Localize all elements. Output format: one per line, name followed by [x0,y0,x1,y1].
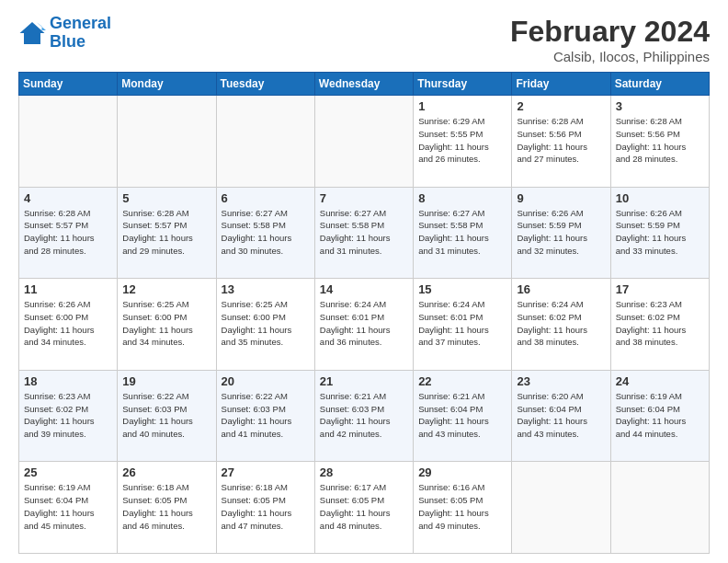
day-info: Sunrise: 6:21 AMSunset: 6:03 PMDaylight:… [320,390,408,441]
calendar-cell: 3Sunrise: 6:28 AMSunset: 5:56 PMDaylight… [610,96,709,188]
day-number: 1 [418,99,506,113]
day-number: 10 [616,191,704,205]
day-info: Sunrise: 6:28 AMSunset: 5:56 PMDaylight:… [517,115,605,166]
day-info: Sunrise: 6:16 AMSunset: 6:05 PMDaylight:… [418,481,506,532]
logo-text: General Blue [50,15,111,52]
calendar-cell: 10Sunrise: 6:26 AMSunset: 5:59 PMDayligh… [610,187,709,279]
day-number: 16 [517,282,605,296]
page: General Blue February 2024 Calsib, Iloco… [0,0,728,563]
day-info: Sunrise: 6:17 AMSunset: 6:05 PMDaylight:… [320,481,408,532]
day-number: 19 [122,374,210,388]
svg-marker-0 [20,22,45,44]
calendar-cell: 24Sunrise: 6:19 AMSunset: 6:04 PMDayligh… [610,370,709,462]
logo-line2: Blue [50,32,85,51]
title-block: February 2024 Calsib, Ilocos, Philippine… [510,15,710,64]
logo: General Blue [18,15,111,52]
calendar-cell: 21Sunrise: 6:21 AMSunset: 6:03 PMDayligh… [314,370,413,462]
calendar-header-sunday: Sunday [19,73,118,96]
calendar-header-monday: Monday [118,73,216,96]
day-info: Sunrise: 6:29 AMSunset: 5:55 PMDaylight:… [418,115,506,166]
day-number: 6 [222,191,310,205]
calendar-cell: 9Sunrise: 6:26 AMSunset: 5:59 PMDaylight… [512,187,610,279]
day-info: Sunrise: 6:24 AMSunset: 6:01 PMDaylight:… [320,298,408,349]
day-info: Sunrise: 6:20 AMSunset: 6:04 PMDaylight:… [517,390,605,441]
day-number: 21 [320,374,408,388]
calendar-cell: 4Sunrise: 6:28 AMSunset: 5:57 PMDaylight… [19,187,118,279]
calendar-cell: 14Sunrise: 6:24 AMSunset: 6:01 PMDayligh… [314,279,413,371]
day-info: Sunrise: 6:25 AMSunset: 6:00 PMDaylight:… [222,298,310,349]
calendar-week-row: 11Sunrise: 6:26 AMSunset: 6:00 PMDayligh… [19,279,710,371]
calendar-cell: 7Sunrise: 6:27 AMSunset: 5:58 PMDaylight… [314,187,413,279]
day-info: Sunrise: 6:27 AMSunset: 5:58 PMDaylight:… [418,207,506,258]
day-number: 20 [222,374,310,388]
calendar-cell [216,96,314,188]
day-info: Sunrise: 6:26 AMSunset: 5:59 PMDaylight:… [517,207,605,258]
subtitle: Calsib, Ilocos, Philippines [510,49,710,64]
calendar-header-saturday: Saturday [610,73,709,96]
calendar-week-row: 25Sunrise: 6:19 AMSunset: 6:04 PMDayligh… [19,462,710,554]
calendar-week-row: 18Sunrise: 6:23 AMSunset: 6:02 PMDayligh… [19,370,710,462]
day-info: Sunrise: 6:24 AMSunset: 6:02 PMDaylight:… [517,298,605,349]
day-info: Sunrise: 6:21 AMSunset: 6:04 PMDaylight:… [418,390,506,441]
calendar-cell: 27Sunrise: 6:18 AMSunset: 6:05 PMDayligh… [216,462,314,554]
day-number: 26 [122,465,210,479]
calendar-cell: 13Sunrise: 6:25 AMSunset: 6:00 PMDayligh… [216,279,314,371]
calendar-cell: 22Sunrise: 6:21 AMSunset: 6:04 PMDayligh… [414,370,512,462]
day-info: Sunrise: 6:22 AMSunset: 6:03 PMDaylight:… [122,390,210,441]
calendar-cell: 18Sunrise: 6:23 AMSunset: 6:02 PMDayligh… [19,370,118,462]
header: General Blue February 2024 Calsib, Iloco… [18,15,710,64]
calendar-week-row: 1Sunrise: 6:29 AMSunset: 5:55 PMDaylight… [19,96,710,188]
calendar-header-row: SundayMondayTuesdayWednesdayThursdayFrid… [19,73,710,96]
calendar-cell: 26Sunrise: 6:18 AMSunset: 6:05 PMDayligh… [118,462,216,554]
day-number: 15 [418,282,506,296]
calendar-cell [512,462,610,554]
calendar-cell: 15Sunrise: 6:24 AMSunset: 6:01 PMDayligh… [414,279,512,371]
calendar-cell: 25Sunrise: 6:19 AMSunset: 6:04 PMDayligh… [19,462,118,554]
day-number: 8 [418,191,506,205]
calendar: SundayMondayTuesdayWednesdayThursdayFrid… [18,72,710,554]
calendar-cell: 17Sunrise: 6:23 AMSunset: 6:02 PMDayligh… [610,279,709,371]
day-info: Sunrise: 6:18 AMSunset: 6:05 PMDaylight:… [222,481,310,532]
day-number: 4 [24,191,112,205]
day-info: Sunrise: 6:23 AMSunset: 6:02 PMDaylight:… [616,298,704,349]
day-info: Sunrise: 6:25 AMSunset: 6:00 PMDaylight:… [122,298,210,349]
day-number: 9 [517,191,605,205]
calendar-header-thursday: Thursday [414,73,512,96]
day-info: Sunrise: 6:24 AMSunset: 6:01 PMDaylight:… [418,298,506,349]
day-number: 3 [616,99,704,113]
calendar-cell: 16Sunrise: 6:24 AMSunset: 6:02 PMDayligh… [512,279,610,371]
day-info: Sunrise: 6:26 AMSunset: 6:00 PMDaylight:… [24,298,112,349]
day-number: 29 [418,465,506,479]
day-number: 18 [24,374,112,388]
calendar-cell [19,96,118,188]
day-number: 27 [222,465,310,479]
calendar-cell: 19Sunrise: 6:22 AMSunset: 6:03 PMDayligh… [118,370,216,462]
day-number: 7 [320,191,408,205]
day-number: 12 [122,282,210,296]
calendar-cell: 29Sunrise: 6:16 AMSunset: 6:05 PMDayligh… [414,462,512,554]
day-number: 25 [24,465,112,479]
day-number: 17 [616,282,704,296]
day-info: Sunrise: 6:22 AMSunset: 6:03 PMDaylight:… [222,390,310,441]
day-info: Sunrise: 6:27 AMSunset: 5:58 PMDaylight:… [222,207,310,258]
main-title: February 2024 [510,15,710,49]
day-info: Sunrise: 6:28 AMSunset: 5:56 PMDaylight:… [616,115,704,166]
calendar-cell: 20Sunrise: 6:22 AMSunset: 6:03 PMDayligh… [216,370,314,462]
calendar-cell: 1Sunrise: 6:29 AMSunset: 5:55 PMDaylight… [414,96,512,188]
calendar-cell: 28Sunrise: 6:17 AMSunset: 6:05 PMDayligh… [314,462,413,554]
day-number: 22 [418,374,506,388]
calendar-cell [118,96,216,188]
day-number: 2 [517,99,605,113]
day-info: Sunrise: 6:28 AMSunset: 5:57 PMDaylight:… [122,207,210,258]
day-info: Sunrise: 6:19 AMSunset: 6:04 PMDaylight:… [616,390,704,441]
calendar-cell: 8Sunrise: 6:27 AMSunset: 5:58 PMDaylight… [414,187,512,279]
day-number: 14 [320,282,408,296]
day-info: Sunrise: 6:23 AMSunset: 6:02 PMDaylight:… [24,390,112,441]
calendar-cell: 6Sunrise: 6:27 AMSunset: 5:58 PMDaylight… [216,187,314,279]
calendar-cell: 23Sunrise: 6:20 AMSunset: 6:04 PMDayligh… [512,370,610,462]
day-number: 28 [320,465,408,479]
calendar-header-tuesday: Tuesday [216,73,314,96]
day-number: 13 [222,282,310,296]
day-number: 11 [24,282,112,296]
day-info: Sunrise: 6:27 AMSunset: 5:58 PMDaylight:… [320,207,408,258]
